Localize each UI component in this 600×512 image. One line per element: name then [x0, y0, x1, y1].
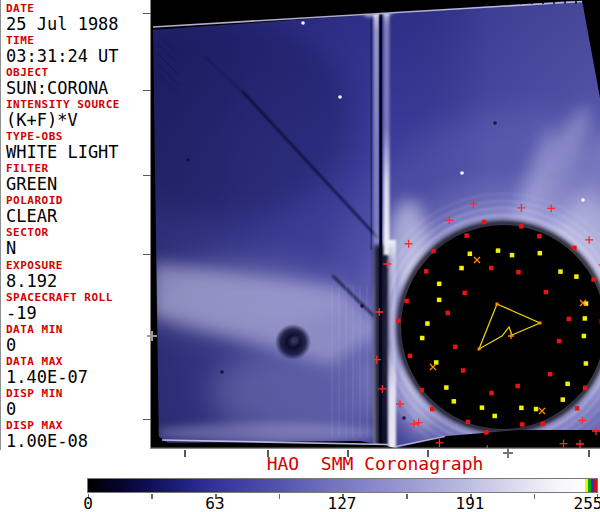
star-marker — [519, 406, 524, 411]
colorbar-scale-value: 127 — [328, 496, 357, 512]
star-marker — [520, 422, 525, 427]
bright-speck — [301, 21, 305, 25]
colorbar-scale-value: 0 — [83, 496, 93, 512]
star-marker — [537, 234, 542, 239]
star-marker — [574, 274, 579, 279]
bright-speck — [338, 95, 342, 99]
star-marker — [582, 334, 587, 339]
bright-speck — [460, 171, 464, 175]
polygon-vertex-dot — [539, 322, 542, 325]
star-marker — [492, 414, 497, 419]
metadata-value: GREEN — [6, 175, 150, 193]
colorbar-tick — [151, 494, 153, 499]
metadata-value: 03:31:24 UT — [6, 47, 150, 65]
metadata-entry: SECTORN — [1, 227, 150, 259]
star-marker — [420, 336, 425, 341]
metadata-value: CLEAR — [6, 207, 150, 225]
metadata-entry: EXPOSURE8.192 — [1, 260, 150, 292]
polygon-vertex-dot — [478, 348, 481, 351]
star-marker — [561, 397, 566, 402]
colorbar-tick — [406, 494, 408, 499]
colorbar-scale-value: 255 — [574, 496, 600, 512]
star-marker — [482, 220, 487, 225]
colorbar-gradient — [88, 479, 585, 492]
star-marker — [434, 360, 439, 365]
colorbar-scale-value: 63 — [205, 496, 224, 512]
metadata-entry: DISP MIN0 — [1, 388, 150, 420]
colorbar-tick — [534, 494, 536, 499]
star-marker — [541, 422, 546, 427]
coronagraph-image — [150, 0, 600, 449]
bright-speck — [581, 198, 585, 202]
intensity-colorbar — [87, 478, 598, 493]
star-marker — [459, 266, 464, 271]
star-marker — [431, 249, 436, 254]
star-marker — [452, 399, 457, 404]
star-marker — [424, 269, 429, 274]
star-marker — [591, 277, 596, 282]
metadata-value: 25 Jul 1988 — [6, 15, 150, 33]
metadata-entry: TYPE-OBSWHITE LIGHT — [1, 131, 150, 163]
star-marker — [516, 270, 521, 275]
colorbar-stripe — [594, 479, 597, 492]
star-marker — [548, 372, 553, 377]
star-marker — [538, 251, 543, 256]
metadata-value: 8.192 — [6, 272, 150, 290]
frame-tick — [143, 175, 151, 177]
frame-tick — [143, 13, 151, 15]
polygon-vertex-dot — [496, 303, 499, 306]
metadata-value: SUN:CORONA — [6, 79, 150, 97]
star-marker — [430, 407, 435, 412]
metadata-label: SECTOR — [6, 227, 150, 239]
star-marker — [425, 321, 430, 326]
dark-speck — [402, 416, 406, 420]
star-marker — [489, 266, 494, 271]
film-striations — [332, 285, 374, 438]
star-marker — [515, 384, 520, 389]
image-title: HAO SMM Coronagraph — [150, 454, 600, 474]
star-marker — [468, 252, 473, 257]
dark-speck — [360, 304, 364, 308]
frame-tick — [143, 419, 151, 421]
star-marker — [572, 246, 577, 251]
star-marker — [408, 354, 413, 359]
dark-speck — [493, 121, 497, 125]
star-marker — [437, 282, 442, 287]
metadata-entry: POLAROIDCLEAR — [1, 195, 150, 227]
metadata-value: 0 — [6, 336, 150, 354]
star-marker — [445, 311, 450, 316]
star-marker — [404, 299, 409, 304]
sidebar-metadata-panel: DATE25 Jul 1988TIME03:31:24 UTOBJECTSUN:… — [1, 0, 150, 450]
dark-speck — [186, 158, 190, 162]
metadata-entry: DATE25 Jul 1988 — [1, 0, 150, 35]
star-marker — [464, 233, 469, 238]
star-marker — [510, 253, 515, 258]
metadata-entry: SPACECRAFT ROLL-19 — [1, 292, 150, 324]
star-marker — [489, 391, 494, 396]
metadata-label: DATA MAX — [6, 356, 150, 368]
metadata-value: 1.00E-08 — [6, 432, 150, 450]
star-marker — [558, 269, 563, 274]
metadata-value: -19 — [6, 304, 150, 322]
metadata-entry: DISP MAX1.00E-08 — [1, 420, 150, 452]
colorbar-scale-value: 191 — [456, 496, 485, 512]
metadata-label: EXPOSURE — [6, 260, 150, 272]
metadata-value: (K+F)*V — [6, 111, 150, 129]
metadata-label: DATA MIN — [6, 324, 150, 336]
dark-speck — [220, 370, 224, 374]
star-marker — [466, 420, 471, 425]
star-marker — [534, 407, 539, 412]
metadata-entry: OBJECTSUN:CORONA — [1, 67, 150, 99]
star-marker — [567, 317, 572, 322]
frame-tick — [143, 90, 151, 92]
coronagraph-viewer-window: DATE25 Jul 1988TIME03:31:24 UTOBJECTSUN:… — [0, 0, 600, 512]
coronagraph-image-frame — [150, 0, 600, 449]
metadata-entry: DATA MIN0 — [1, 324, 150, 356]
colorbar-tick — [279, 494, 281, 499]
metadata-entry: FILTERGREEN — [1, 163, 150, 195]
frame-tick — [143, 254, 151, 256]
star-marker — [419, 388, 424, 393]
star-marker — [519, 224, 524, 229]
frame-tick — [151, 331, 153, 341]
metadata-label: SPACECRAFT ROLL — [6, 292, 150, 304]
